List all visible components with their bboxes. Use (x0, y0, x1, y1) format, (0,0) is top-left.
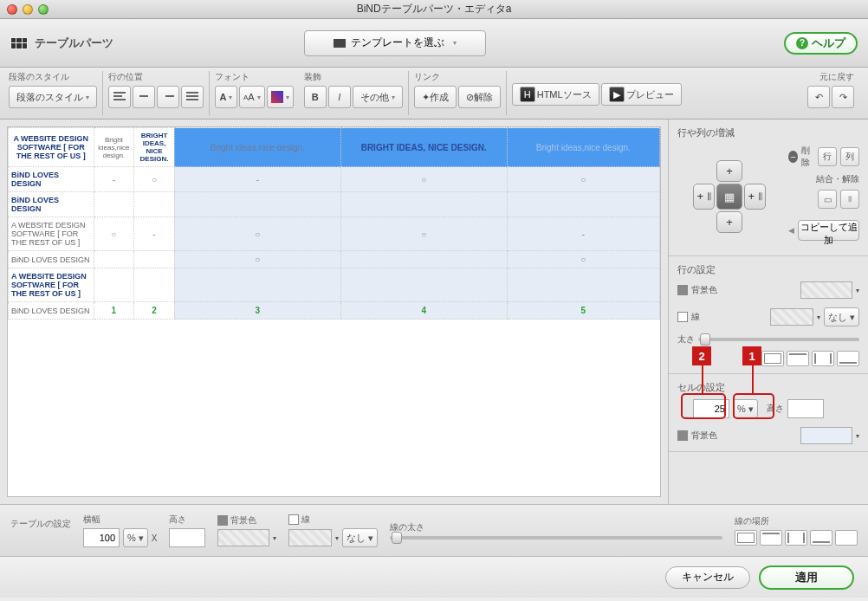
align-right-button[interactable] (157, 86, 179, 108)
table-row[interactable]: A WEBSITE DESIGN SOFTWARE [ FOR THE REST… (9, 217, 660, 251)
callout-1: 1 (742, 346, 761, 365)
merge-button[interactable]: ▭ (818, 190, 837, 209)
footer-border-inner[interactable] (785, 530, 807, 546)
font-label: フォント (215, 71, 294, 83)
footer-thickness-label: 線の太さ (390, 521, 722, 533)
border-top-button[interactable] (787, 351, 809, 366)
row-border-color[interactable] (770, 308, 813, 326)
template-select-button[interactable]: テンプレートを選ぶ ▾ (304, 30, 486, 56)
table-row[interactable]: BiND LOVES DESIGN ○ ○ (9, 251, 660, 268)
split-button[interactable]: ⦀ (840, 190, 859, 209)
border-checkbox[interactable] (677, 312, 688, 322)
align-left-button[interactable] (108, 86, 131, 108)
cell-bgcolor-checkbox[interactable] (677, 430, 688, 441)
table-row[interactable]: BiND LOVES DESIGN - ○ - ○ ○ (9, 167, 660, 192)
header: テーブルパーツ テンプレートを選ぶ ▾ ヘルプ (0, 19, 868, 68)
cell-settings-section: セルの設定 % ▾ 高さ 背景色 ▾ 2 1 (669, 374, 868, 452)
cell-width-unit[interactable]: % ▾ (733, 399, 758, 418)
border-lr-button[interactable] (812, 351, 834, 366)
bgcolor-label: 背景色 (691, 284, 717, 296)
footer-border-style[interactable]: なし▾ (342, 528, 378, 547)
decoration-label: 装飾 (304, 71, 403, 83)
html-source-button[interactable]: HHTMLソース (512, 83, 599, 106)
row-bgcolor-swatch[interactable] (800, 281, 852, 299)
footer-border-h[interactable] (810, 530, 832, 546)
footer-bgcolor-swatch[interactable] (217, 529, 269, 546)
decoration-other-dropdown[interactable]: その他 (353, 86, 403, 108)
preview-button[interactable]: ▶プレビュー (601, 83, 682, 106)
delete-col-button[interactable]: 列 (840, 147, 859, 166)
apply-button[interactable]: 適用 (759, 565, 854, 590)
delete-row-button[interactable]: 行 (818, 147, 837, 166)
align-center-button[interactable] (133, 86, 155, 108)
para-style-dropdown[interactable]: 段落のスタイル (9, 86, 97, 108)
minus-icon: − (788, 151, 798, 163)
add-col-left-button[interactable]: + ⦀ (693, 184, 715, 210)
font-dropdown[interactable]: A (215, 86, 237, 108)
table-canvas[interactable]: A WEBSITE DESIGN SOFTWARE [ FOR THE REST… (7, 126, 661, 497)
table-width-unit[interactable]: %▾ (123, 528, 148, 547)
para-style-label: 段落のスタイル (9, 71, 97, 83)
rowcol-title: 行や列の増減 (677, 126, 859, 139)
add-col-right-button[interactable]: + ⦀ (744, 184, 766, 210)
canvas-wrap: A WEBSITE DESIGN SOFTWARE [ FOR THE REST… (0, 120, 669, 504)
main-area: A WEBSITE DESIGN SOFTWARE [ FOR THE REST… (0, 120, 868, 504)
footer-thickness-slider[interactable] (390, 536, 722, 540)
redo-button[interactable]: ↷ (832, 86, 854, 108)
template-select-label: テンプレートを選ぶ (351, 36, 444, 50)
footer-bgcolor-check[interactable] (217, 515, 228, 526)
html-icon: H (520, 87, 535, 102)
undo-button[interactable]: ↶ (807, 86, 830, 108)
app-label: テーブルパーツ (10, 36, 113, 51)
copy-add-button[interactable]: コピーして追加 (798, 220, 859, 241)
callout-2: 2 (692, 346, 711, 365)
cell-height-input[interactable] (787, 399, 824, 418)
row-border-position (761, 351, 859, 366)
add-row-above-button[interactable]: + (716, 160, 742, 182)
cell-width-input[interactable] (693, 399, 729, 418)
table-height-input[interactable] (169, 528, 205, 547)
table-icon (10, 37, 28, 49)
add-row-below-button[interactable]: + (716, 211, 742, 233)
editor-table[interactable]: A WEBSITE DESIGN SOFTWARE [ FOR THE REST… (8, 127, 660, 320)
sidebar: 行や列の増減 + + + ⦀ + ⦀ ▦ −削除 行 列 結合・解除 ▭ (669, 120, 868, 504)
help-button[interactable]: ヘルプ (784, 32, 858, 55)
table-width-input[interactable] (83, 528, 120, 547)
link-create-button[interactable]: ✦ 作成 (414, 86, 457, 108)
cell-bgcolor-swatch[interactable] (800, 427, 852, 444)
border-bottom-button[interactable] (837, 351, 859, 366)
preview-icon: ▶ (609, 87, 625, 102)
bold-button[interactable]: B (304, 86, 327, 108)
footer-border-check[interactable] (288, 514, 299, 525)
app-label-text: テーブルパーツ (35, 36, 113, 51)
border-all-button[interactable] (761, 351, 784, 366)
row-settings-title: 行の設定 (677, 263, 859, 276)
dialog-footer: キャンセル 適用 (0, 556, 868, 598)
font-color-dropdown[interactable] (267, 86, 294, 108)
width-label: 横幅 (83, 514, 157, 526)
cancel-button[interactable]: キャンセル (665, 566, 750, 589)
table-row[interactable]: BiND LOVES DESIGN 1 2 3 4 5 (9, 302, 660, 320)
help-label: ヘルプ (812, 36, 845, 51)
undo-label: 元に戻す (807, 71, 854, 83)
table-row[interactable]: A WEBSITE DESIGN SOFTWARE [ FOR THE REST… (9, 268, 660, 302)
cell-bgcolor-label: 背景色 (691, 430, 717, 442)
rowcol-section: 行や列の増減 + + + ⦀ + ⦀ ▦ −削除 行 列 結合・解除 ▭ (669, 120, 868, 256)
italic-button[interactable]: I (328, 86, 351, 108)
height-label: 高さ (169, 514, 205, 526)
bgcolor-checkbox[interactable] (677, 285, 688, 295)
font-size-dropdown[interactable]: AA (239, 86, 265, 108)
link-remove-button[interactable]: ⊘ 解除 (458, 86, 501, 108)
row-thickness-slider[interactable] (698, 338, 859, 341)
footer-border-v[interactable] (835, 530, 858, 546)
footer-border-outer[interactable] (760, 530, 782, 546)
row-border-style[interactable]: なし▾ (824, 307, 859, 326)
table-settings-footer: テーブルの設定 横幅 %▾ X 高さ 背景色 ▾ 線 ▾ なし▾ 線の太さ 線の… (0, 504, 868, 556)
align-justify-button[interactable] (181, 86, 204, 108)
table-row[interactable]: A WEBSITE DESIGN SOFTWARE [ FOR THE REST… (9, 128, 660, 167)
dpad: + + + ⦀ + ⦀ ▦ (677, 145, 781, 249)
footer-border-color[interactable] (288, 529, 332, 546)
cell-settings-title: セルの設定 (677, 381, 859, 394)
footer-border-all[interactable] (735, 530, 757, 546)
table-row[interactable]: BiND LOVES DESIGN (9, 192, 660, 217)
